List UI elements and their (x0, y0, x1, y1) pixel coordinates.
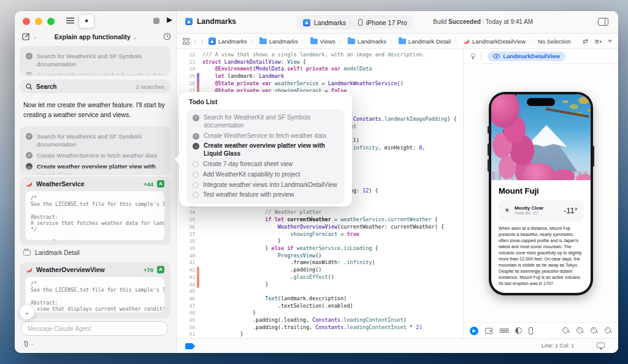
desktop-wallpaper: ✦ ▶ ⌄ Explain app functionality ⌄ ✓Searc… (0, 0, 628, 364)
display-icon[interactable] (597, 343, 605, 348)
live-preview-button[interactable]: ▶ (470, 327, 478, 335)
check-circle-icon: ✓ (193, 115, 199, 121)
check-circle-icon: ✓ (26, 133, 33, 140)
device-icon (358, 19, 362, 26)
added-badge: A (157, 266, 164, 273)
activity-status[interactable]: Build Succeeded | Today at 9:41 AM (433, 18, 533, 25)
attachment-row[interactable]: ⌄ (22, 339, 34, 347)
diff-count: +70 (144, 267, 153, 273)
preview-tab[interactable]: LandmarkDetailView (488, 51, 565, 61)
close-button[interactable] (23, 18, 30, 25)
zoom-out-icon[interactable]: − (562, 327, 570, 335)
selectable-mode-icon[interactable] (485, 328, 492, 334)
iphone-preview[interactable]: Mount Fuji ☀ Mostly Clear Feels like -11… (489, 92, 593, 295)
variants-grid-icon[interactable]: ⊞⊞ (499, 327, 508, 334)
jump-bar: ‹ › Landmarks〉Landmarks〉Views〉Landmarks〉… (177, 34, 618, 49)
breadcrumb-item[interactable]: Views (310, 38, 335, 45)
stop-button[interactable] (153, 18, 159, 24)
folder-icon (399, 39, 406, 44)
todo-item: →Create weather overview platter view wi… (193, 141, 339, 159)
fullscreen-button[interactable] (47, 18, 55, 25)
breadcrumb-item[interactable]: Landmarks (259, 38, 298, 45)
iphone-screen[interactable]: Mount Fuji ☀ Mostly Clear Feels like -11… (491, 94, 591, 293)
folder-icon (348, 39, 355, 44)
back-button[interactable]: ‹ (194, 38, 196, 45)
popover-todo-list: ✓Search for WeatherKit and SF Symbols do… (186, 109, 345, 204)
run-destination[interactable]: iPhone 17 Pro (366, 19, 407, 26)
claude-agent-panel: ✦ ▶ ⌄ Explain app functionality ⌄ ✓Searc… (15, 11, 177, 353)
preview-canvas[interactable]: Mount Fuji ☀ Mostly Clear Feels like -11… (464, 64, 618, 322)
landmark-title: Mount Fuji (499, 186, 583, 195)
session-title[interactable]: Explain app functionality ⌄ (15, 33, 177, 40)
file-name: WeatherOverviewView (36, 266, 105, 273)
open-circle-icon (193, 172, 199, 178)
new-agent-session-button[interactable]: ✦ (78, 14, 94, 28)
sun-icon: ☀ (504, 207, 510, 214)
change-bar (197, 73, 199, 94)
editor-options-icon[interactable] (598, 18, 608, 26)
forward-button[interactable]: › (201, 38, 203, 45)
swift-file-icon (26, 181, 33, 188)
minimize-button[interactable] (35, 18, 42, 25)
scheme-app-icon (303, 19, 310, 26)
zoom-100-icon[interactable]: 1 (576, 327, 584, 335)
todo-card[interactable]: ✓Search for WeatherKit and SF Symbols do… (20, 126, 170, 175)
swift-file-icon (26, 267, 33, 273)
section-landmark-detail[interactable]: Landmark Detail (23, 249, 80, 256)
volume-up-button (488, 143, 489, 156)
popover-title: Todo List (179, 92, 352, 109)
code-review-icon[interactable]: ⇄ (583, 37, 588, 45)
history-clock-icon[interactable] (163, 32, 171, 40)
breadcrumb-item[interactable]: Landmarks (348, 38, 386, 45)
chevron-down-icon: ⌄ (31, 341, 34, 346)
landmark-description: When seen at a distance, Mount Fuji pres… (499, 226, 583, 293)
todo-item: Create 7-day forecast sheet view (193, 159, 339, 170)
todo-item: ✓Search for WeatherKit and SF Symbols do… (193, 113, 339, 131)
weather-condition: Mostly Clear (515, 205, 544, 211)
todo-item: ✓Create WeatherService to fetch weather … (26, 150, 164, 161)
preview-device-icon[interactable] (529, 327, 533, 335)
todo-item: →Create weather overview platter view wi… (26, 161, 164, 175)
zoom-in-icon[interactable]: + (605, 327, 612, 335)
breadcrumb-item[interactable]: Landmark Detail (399, 38, 451, 45)
scheme-selector[interactable]: Landmarks 〉 iPhone 17 Pro (297, 15, 413, 29)
color-scheme-icon[interactable] (515, 327, 522, 334)
file-card-weatheroverviewview[interactable]: WeatherOverviewView +70 A /*See the LICE… (20, 262, 170, 319)
session-list-icon[interactable] (66, 17, 74, 24)
scheme-name[interactable]: Landmarks (314, 19, 346, 26)
add-editor-icon[interactable]: + (608, 37, 612, 45)
change-bar (197, 267, 199, 288)
run-button[interactable]: ▶ (167, 15, 172, 24)
preview-pane: | LandmarkDetailView (463, 49, 618, 338)
pin-icon[interactable] (470, 53, 475, 59)
file-card-weatherservice[interactable]: WeatherService +44 A /*See the LICENSE.t… (20, 176, 170, 245)
mount-fuji-photo (491, 94, 591, 180)
adjust-editor-icon[interactable]: ≣▪ (594, 38, 602, 45)
search-summary-card[interactable]: Search 2 searches (20, 80, 170, 93)
open-circle-icon (193, 182, 199, 188)
todo-preview-card[interactable]: ✓Search for WeatherKit and SF Symbols do… (20, 46, 170, 76)
message-input[interactable] (21, 321, 168, 336)
folder-icon (23, 250, 31, 256)
scroll-to-bottom-button[interactable]: ⌄ (19, 304, 35, 320)
check-circle-icon: ✓ (26, 53, 33, 59)
open-circle-icon (193, 192, 199, 198)
eye-icon (493, 54, 500, 59)
open-circle-icon (193, 161, 199, 167)
project-title: Landmarks (185, 17, 236, 26)
session-header: ⌄ Explain app functionality ⌄ (15, 31, 177, 45)
paperclip-icon[interactable] (22, 339, 29, 347)
description-paragraph: When seen at a distance, Mount Fuji pres… (499, 226, 583, 287)
added-badge: A (157, 180, 164, 188)
breadcrumb-item[interactable]: No Selection (538, 38, 571, 45)
editor-area: Landmarks Landmarks 〉 iPhone 17 Pro Buil… (177, 11, 618, 353)
breadcrumb-item[interactable]: Landmarks (209, 37, 247, 45)
zoom-fit-icon[interactable]: = (591, 327, 598, 335)
breakpoints-toggle-icon[interactable] (185, 343, 195, 349)
weather-temperature: -11° (564, 206, 578, 215)
diff-count: +44 (144, 181, 153, 188)
related-items-icon[interactable] (183, 38, 190, 45)
breadcrumb-item[interactable]: LandmarkDetailView (463, 38, 526, 45)
xcode-window: ✦ ▶ ⌄ Explain app functionality ⌄ ✓Searc… (15, 11, 618, 353)
weather-platter[interactable]: ☀ Mostly Clear Feels like -11° -11° (499, 200, 583, 220)
